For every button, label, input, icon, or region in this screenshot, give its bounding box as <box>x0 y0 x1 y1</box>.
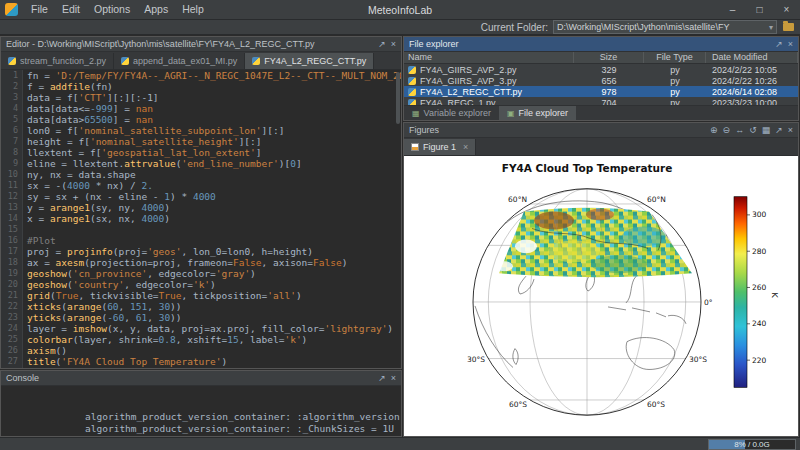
python-file-icon <box>252 57 260 65</box>
code-text: xticks(arange(60, 151, 30)) <box>22 301 182 312</box>
colorbar-tick: 300 <box>752 210 767 219</box>
close-icon[interactable]: × <box>391 372 396 385</box>
code-text: grid(True, tickvisible=True, tickpositio… <box>22 290 302 301</box>
ctt-data-layer <box>495 208 692 278</box>
file-explorer-title: File explorer <box>409 39 459 49</box>
code-token: )[ <box>279 158 290 169</box>
editor-scrollbar[interactable] <box>396 72 400 124</box>
float-icon[interactable]: ↗ <box>378 372 386 385</box>
code-token: ) <box>250 268 256 279</box>
code-line: 1fn = 'D:/Temp/FY/FY4A--_AGRI--_N_REGC_1… <box>1 70 401 81</box>
tab-label: append_data_ex01_MI.py <box>133 56 237 66</box>
tab-variable-explorer[interactable]: ▦Variable explorer <box>404 106 499 120</box>
float-icon[interactable]: ↗ <box>378 38 386 51</box>
figure-tab[interactable]: Figure 1 × <box>404 139 476 155</box>
table-row[interactable]: FY4A_REGC_1.py704py2023/3/23 10:00 <box>404 97 798 105</box>
column-size[interactable]: Size <box>574 52 644 63</box>
browse-folder-icon[interactable] <box>783 23 794 31</box>
column-name[interactable]: Name <box>404 52 574 63</box>
editor-tab[interactable]: stream_function_2.py <box>1 53 114 69</box>
console-panel: Console ↗× algorithm_product_version_con… <box>0 370 402 437</box>
minimize-button[interactable]: – <box>719 1 746 19</box>
code-token: , <box>147 312 158 323</box>
chevron-down-icon[interactable]: ▾ <box>769 23 773 32</box>
code-token: (sy, ny, <box>90 202 141 213</box>
close-icon[interactable]: × <box>463 142 468 152</box>
code-token: 2. <box>141 180 152 191</box>
tab-label: Variable explorer <box>424 108 491 118</box>
editor-tab[interactable]: FY4A_L2_REGC_CTT.py <box>245 53 374 69</box>
float-icon[interactable]: ↗ <box>775 124 783 137</box>
close-icon[interactable]: × <box>391 38 396 51</box>
menu-file[interactable]: File <box>24 0 55 19</box>
code-line: 9eline = llextent.attrvalue('end_line_nu… <box>1 158 401 169</box>
close-button[interactable]: × <box>773 1 800 19</box>
code-token: arange1 <box>50 202 90 213</box>
file-modified-cell: 2023/3/23 10:00 <box>706 98 798 106</box>
python-file-icon <box>408 88 416 96</box>
file-explorer-panel: File explorer ↗× Name Size File Type Dat… <box>403 36 799 121</box>
zoom-out-icon[interactable]: ⊖ <box>723 124 731 137</box>
table-row[interactable]: FY4A_L2_REGC_CTT.py978py2024/6/14 02:08 <box>404 86 798 97</box>
code-token: 4000 <box>67 180 90 191</box>
code-token: -999 <box>90 103 113 114</box>
console-output[interactable]: algorithm_product_version_container: :al… <box>1 386 401 436</box>
code-token: 'country' <box>73 279 124 290</box>
figure-canvas[interactable]: FY4A Cloud Top Temperature <box>404 156 798 436</box>
line-number: 10 <box>1 169 22 180</box>
code-token: eline = llextent. <box>27 158 124 169</box>
grid-icon[interactable]: ▦ <box>762 124 771 137</box>
menu-help[interactable]: Help <box>175 0 211 19</box>
maximize-button[interactable]: □ <box>746 1 773 19</box>
code-text: data[data>65500] = nan <box>22 114 153 125</box>
float-icon[interactable]: ↗ <box>775 38 783 51</box>
menu-options[interactable]: Options <box>87 0 137 19</box>
menu-edit[interactable]: Edit <box>55 0 87 19</box>
figure-icon <box>411 143 419 151</box>
code-text: height = f['nominal_satellite_height'][:… <box>22 136 262 147</box>
file-name-cell: FY4A_REGC_1.py <box>404 98 574 106</box>
code-line: 11sx = -(4000 * nx) / 2. <box>1 180 401 191</box>
code-text: ny, nx = data.shape <box>22 169 136 180</box>
rotate-icon[interactable]: ↺ <box>749 124 757 137</box>
code-editor[interactable]: 1fn = 'D:/Temp/FY/FY4A--_AGRI--_N_REGC_1… <box>1 70 401 368</box>
file-explorer-titlebar: File explorer ↗× <box>404 37 798 52</box>
file-size-cell: 978 <box>574 87 644 97</box>
code-text: ax = axesm(projection=proj, frameon=Fals… <box>22 257 347 268</box>
code-token: , axison= <box>262 257 313 268</box>
editor-panel-titlebar: Editor - D:\Working\MIScript\Jython\mis\… <box>1 37 401 52</box>
zoom-in-icon[interactable]: ⊕ <box>710 124 718 137</box>
code-token: nan <box>136 114 153 125</box>
menu-apps[interactable]: Apps <box>137 0 175 19</box>
close-icon[interactable]: × <box>788 124 793 137</box>
editor-tab[interactable]: append_data_ex01_MI.py <box>114 53 245 69</box>
file-explorer-icons: ↗× <box>775 38 793 51</box>
table-row[interactable]: FY4A_GIIRS_AVP_3.py656py2024/2/22 10:26 <box>404 75 798 86</box>
code-token: (fn) <box>90 81 113 92</box>
code-token: * nx) / <box>90 180 141 191</box>
current-folder-bar: Current Folder: D:\Working\MIScript\Jyth… <box>0 20 800 35</box>
status-bar: 8% / 0.0G <box>0 437 800 450</box>
code-token: -60 <box>107 312 124 323</box>
code-line: 12sy = sx + (nx - eline - 1) * 4000 <box>1 191 401 202</box>
menu-bar: FileEditOptionsAppsHelp MeteoInfoLab –□× <box>0 0 800 20</box>
code-text: fn = 'D:/Temp/FY/FY4A--_AGRI--_N_REGC_10… <box>22 70 401 81</box>
python-file-icon <box>121 57 129 65</box>
current-folder-input[interactable]: D:\Working\MIScript\Jython\mis\satellite… <box>553 20 777 34</box>
code-line: 22xticks(arange(60, 151, 30)) <box>1 301 401 312</box>
file-name-cell: FY4A_GIIRS_AVP_3.py <box>404 76 574 86</box>
line-number: 3 <box>1 92 22 103</box>
figure-tab-label: Figure 1 <box>423 142 456 152</box>
column-date-modified[interactable]: Date Modified <box>706 52 798 63</box>
code-token: 15 <box>227 334 238 345</box>
meteoinfo-logo-icon <box>5 3 18 16</box>
tab-file-explorer[interactable]: ▣File explorer <box>499 106 576 120</box>
code-text: llextent = f['geospatial_lat_lon_extent'… <box>22 147 262 158</box>
code-token: ) * <box>170 191 193 202</box>
pan-icon[interactable]: ↔ <box>735 124 744 137</box>
memory-indicator[interactable]: 8% / 0.0G <box>708 439 796 450</box>
code-token: proj = <box>27 246 67 257</box>
close-icon[interactable]: × <box>788 38 793 51</box>
table-row[interactable]: FY4A_GIIRS_AVP_2.py329py2024/2/22 10:05 <box>404 64 798 75</box>
column-file-type[interactable]: File Type <box>644 52 706 63</box>
